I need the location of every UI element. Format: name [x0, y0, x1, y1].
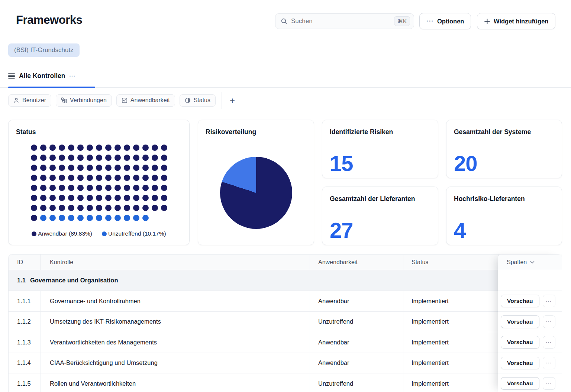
status-dot	[152, 145, 158, 151]
row-menu-button[interactable]: ···	[543, 357, 555, 369]
row-menu-button[interactable]: ···	[543, 336, 555, 349]
preview-button[interactable]: Vorschau	[501, 377, 539, 390]
status-dot	[96, 155, 102, 161]
connections-icon	[61, 97, 67, 103]
status-dot	[133, 145, 139, 151]
table-row[interactable]: 1.1.3 Verantwortlichkeiten des Managemen…	[9, 332, 499, 353]
status-dot	[40, 155, 46, 161]
status-dot	[124, 145, 130, 151]
status-dot	[133, 175, 139, 181]
status-dot	[161, 165, 167, 171]
widget-title: Risikoverteilung	[206, 128, 314, 136]
cell-anwendbarkeit: Anwendbar	[310, 353, 403, 373]
filter-label: Benutzer	[22, 97, 46, 104]
column-header-kontrolle[interactable]: Kontrolle	[41, 255, 310, 270]
tab-more-icon[interactable]: ···	[69, 73, 75, 79]
status-dot	[49, 165, 56, 171]
status-dot	[87, 145, 93, 151]
status-dot	[59, 155, 65, 161]
cell-kontrolle: Umsetzung des IKT-Risikomanagements	[41, 312, 310, 332]
status-dot-grid	[9, 145, 189, 221]
table-row[interactable]: 1.1.1 Governance- und Kontrollrahmen Anw…	[9, 291, 499, 312]
table-row[interactable]: 1.1.5 Rollen und Verantwortlichkeiten Un…	[9, 373, 499, 392]
status-dot	[142, 215, 149, 221]
filter-benutzer[interactable]: Benutzer	[8, 94, 51, 107]
add-widget-label: Widget hinzufügen	[494, 18, 548, 25]
cell-kontrolle: CIAA-Berücksichtigung und Umsetzung	[41, 353, 310, 373]
status-dot	[161, 155, 167, 161]
filter-label: Status	[194, 97, 210, 104]
filter-anwendbarkeit[interactable]: Anwendbarkeit	[116, 94, 175, 107]
stat-value: 27	[330, 220, 353, 241]
framework-chip[interactable]: (BSI) IT-Grundschutz	[8, 43, 80, 57]
row-menu-button[interactable]: ···	[543, 377, 555, 390]
stat-title: Gesamtzahl der Lieferanten	[330, 195, 438, 203]
user-icon	[13, 97, 19, 103]
search-input[interactable]: Suchen ⌘K	[275, 13, 414, 29]
widget-title: Status	[16, 128, 189, 136]
columns-menu-button[interactable]: Spalten	[498, 255, 562, 270]
preview-button[interactable]: Vorschau	[501, 336, 539, 349]
section-title: Governance und Organisation	[30, 277, 118, 284]
stat-card-identifizierte-risiken: Identifizierte Risiken 15	[322, 120, 438, 178]
status-dot	[142, 155, 149, 161]
list-icon	[8, 73, 15, 79]
cell-anwendbarkeit: Unzutreffend	[310, 373, 403, 392]
status-dot	[114, 185, 121, 191]
preview-button[interactable]: Vorschau	[501, 295, 539, 307]
filter-verbindungen[interactable]: Verbindungen	[56, 94, 112, 107]
search-placeholder: Suchen	[291, 17, 394, 25]
controls-table: ID Kontrolle Anwendbarkeit Status 1.1 Go…	[8, 254, 562, 392]
status-dot	[152, 155, 158, 161]
columns-menu-label: Spalten	[507, 259, 527, 266]
table-row[interactable]: 1.1.2 Umsetzung des IKT-Risikomanagement…	[9, 312, 499, 333]
cell-kontrolle: Rollen und Verantwortlichkeiten	[41, 373, 310, 392]
add-widget-button[interactable]: Widget hinzufügen	[477, 13, 555, 29]
status-dot	[87, 215, 93, 221]
status-dot	[31, 175, 37, 181]
table-header-row: ID Kontrolle Anwendbarkeit Status	[9, 255, 562, 270]
status-dot	[77, 175, 84, 181]
preview-button[interactable]: Vorschau	[501, 315, 539, 328]
stat-value: 4	[454, 220, 465, 241]
cell-status: Implementiert	[403, 332, 499, 353]
status-dot	[133, 195, 139, 201]
stat-title: Identifizierte Risiken	[330, 128, 438, 136]
legend-marker	[32, 231, 36, 236]
status-dot	[142, 195, 149, 201]
status-dot	[31, 215, 37, 221]
frameworks-page: Frameworks Suchen ⌘K ··· Optionen Widget…	[0, 0, 571, 392]
column-header-status[interactable]: Status	[403, 255, 499, 270]
options-button[interactable]: ··· Optionen	[419, 13, 471, 29]
status-dot	[124, 175, 130, 181]
column-header-anwendbarkeit[interactable]: Anwendbarkeit	[310, 255, 403, 270]
status-dot	[87, 205, 93, 211]
status-dot	[77, 205, 84, 211]
status-dot	[49, 215, 56, 221]
status-dot	[87, 155, 93, 161]
row-menu-button[interactable]: ···	[543, 295, 555, 307]
cell-id: 1.1.3	[9, 332, 41, 353]
status-dot	[142, 145, 149, 151]
status-dot	[68, 185, 74, 191]
plus-icon	[484, 18, 490, 25]
table-row[interactable]: 1.1.4 CIAA-Berücksichtigung und Umsetzun…	[9, 353, 499, 374]
status-dot	[96, 195, 102, 201]
column-header-id[interactable]: ID	[9, 255, 41, 270]
section-row[interactable]: 1.1 Governance und Organisation	[9, 270, 499, 291]
tab-alle-kontrollen[interactable]: Alle Kontrollen ···	[8, 72, 75, 80]
search-icon	[281, 18, 287, 25]
filter-divider	[222, 92, 222, 109]
filter-label: Anwendbarkeit	[130, 97, 170, 104]
half-circle-icon	[185, 97, 191, 103]
status-legend: Anwendbar (89.83%) Unzutreffend (10.17%)	[9, 230, 189, 237]
status-dot	[114, 165, 121, 171]
filter-status[interactable]: Status	[180, 94, 216, 107]
row-menu-button[interactable]: ···	[543, 315, 555, 328]
status-dot	[40, 165, 46, 171]
status-dot	[40, 145, 46, 151]
status-dot	[68, 195, 74, 201]
preview-button[interactable]: Vorschau	[501, 357, 539, 369]
cell-status: Implementiert	[403, 312, 499, 332]
add-filter-button[interactable]: +	[228, 94, 237, 107]
